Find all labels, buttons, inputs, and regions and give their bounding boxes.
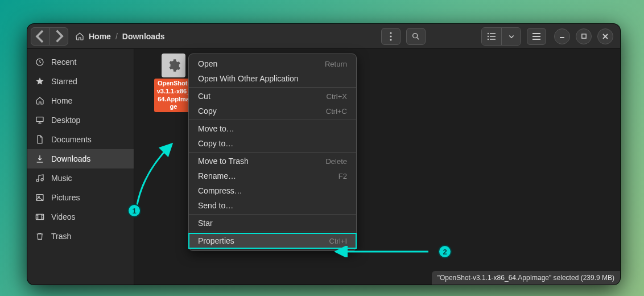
svg-point-2 [390,39,391,40]
image-icon [35,193,44,202]
sidebar-item-downloads[interactable]: Downloads [27,149,134,168]
svg-point-16 [36,179,39,182]
sidebar-label: Recent [51,57,76,67]
svg-rect-20 [36,214,43,219]
file-thumbnail [162,54,185,77]
music-icon [35,174,44,183]
home-icon [75,32,84,41]
gear-icon [166,58,181,73]
menu-copy-to[interactable]: Copy to… [189,136,356,151]
sidebar-label: Downloads [51,154,90,163]
menu-trash[interactable]: Move to TrashDelete [189,154,356,168]
hamburger-icon [532,32,541,41]
nav-buttons [31,27,68,46]
maximize-button[interactable] [576,28,592,44]
sidebar: Recent Starred Home Desktop Documents Do… [27,49,134,285]
list-icon [487,32,496,41]
sidebar-item-trash[interactable]: Trash [27,227,134,246]
back-button[interactable] [31,28,49,45]
svg-rect-12 [532,39,540,40]
sidebar-label: Trash [51,232,71,241]
sidebar-item-starred[interactable]: Starred [27,72,134,91]
accel: F2 [338,172,347,180]
sidebar-item-recent[interactable]: Recent [27,52,134,72]
sidebar-item-desktop[interactable]: Desktop [27,110,134,130]
star-icon [35,77,44,86]
accel: Ctrl+I [329,237,347,245]
menu-open[interactable]: OpenReturn [189,56,356,71]
list-view-button[interactable] [482,28,501,45]
breadcrumb-root[interactable]: Home [89,32,111,41]
menu-open-with[interactable]: Open With Other Application [189,71,356,86]
svg-rect-9 [490,39,496,40]
search-button[interactable] [406,28,426,45]
svg-point-17 [41,179,43,181]
svg-rect-13 [581,34,585,38]
menu-separator [189,87,356,88]
headerbar: Home / Downloads [27,24,620,49]
menu-cut[interactable]: CutCtrl+X [189,89,356,104]
menu-star[interactable]: Star [189,216,356,231]
sidebar-item-pictures[interactable]: Pictures [27,188,134,207]
minimize-button[interactable] [554,28,570,44]
close-icon [602,33,609,40]
sidebar-item-documents[interactable]: Documents [27,130,134,149]
menu-properties[interactable]: PropertiesCtrl+I [189,233,356,248]
close-button[interactable] [597,28,613,44]
maximize-icon [581,33,587,39]
svg-rect-5 [490,33,496,34]
forward-button[interactable] [49,28,68,45]
sidebar-label: Home [51,96,72,105]
clock-icon [35,57,44,67]
svg-point-4 [488,32,489,34]
download-icon [35,154,44,163]
sidebar-label: Videos [51,212,76,221]
accel: Return [325,60,347,68]
svg-point-8 [488,38,489,39]
menu-compress[interactable]: Compress… [189,183,356,198]
accel: Ctrl+C [326,107,347,116]
hamburger-menu-button[interactable] [527,28,546,45]
svg-point-3 [413,33,418,38]
svg-rect-10 [532,33,540,34]
sidebar-label: Pictures [51,193,80,202]
sidebar-item-home[interactable]: Home [27,91,134,110]
breadcrumb[interactable]: Home / Downloads [75,32,164,41]
accel: Delete [325,157,347,166]
breadcrumb-current[interactable]: Downloads [122,32,165,41]
sidebar-label: Music [51,174,72,183]
status-text: "OpenShot-v3.1.1-x86_64.AppImage" select… [437,274,614,282]
chevron-right-icon [50,27,68,45]
desktop-icon [35,116,44,125]
menu-separator [189,120,356,120]
document-icon [35,135,44,144]
breadcrumb-sep: / [115,32,118,41]
chevron-left-icon [31,27,49,46]
status-bar: "OpenShot-v3.1.1-x86_64.AppImage" select… [432,271,620,285]
svg-rect-11 [532,36,540,37]
menu-copy[interactable]: CopyCtrl+C [189,104,356,118]
view-switcher [481,27,521,46]
file-item[interactable]: OpenShot-v3.1.1-x86_64.AppImage [154,54,193,112]
video-icon [35,212,44,221]
sidebar-item-music[interactable]: Music [27,168,134,188]
svg-rect-7 [490,36,496,37]
menu-move-to[interactable]: Move to… [189,121,356,136]
menu-rename[interactable]: Rename…F2 [189,168,356,183]
svg-point-6 [488,35,489,36]
home-icon [35,96,44,105]
file-manager-window: Home / Downloads [27,24,620,285]
window-controls [554,28,613,44]
view-options-button[interactable] [501,28,521,45]
body: Recent Starred Home Desktop Documents Do… [27,49,620,285]
sidebar-item-videos[interactable]: Videos [27,207,134,227]
menu-send-to[interactable]: Send to… [189,198,356,213]
path-menu-button[interactable] [381,28,401,45]
sidebar-label: Documents [51,135,92,144]
svg-point-0 [390,32,391,34]
file-pane[interactable]: OpenShot-v3.1.1-x86_64.AppImage OpenRetu… [134,49,620,285]
kebab-icon [390,32,392,41]
menu-separator [189,214,356,215]
svg-point-1 [390,35,391,37]
svg-rect-15 [36,117,43,122]
